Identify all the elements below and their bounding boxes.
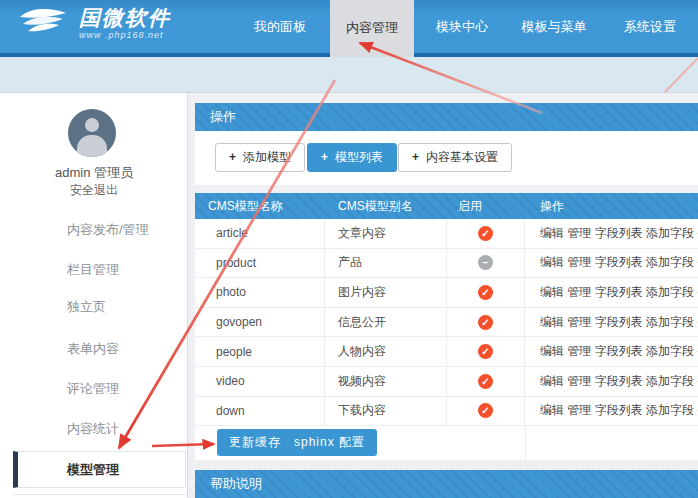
model-alias-cell: 视频内容 xyxy=(325,367,447,396)
model-alias-cell: 人物内容 xyxy=(325,337,447,366)
column-header-model-name: CMS模型名称 xyxy=(195,193,325,219)
model-table-body: article文章内容✓编辑 管理 字段列表 添加字段 生成模板product产… xyxy=(195,219,698,426)
column-header-enabled: 启用 xyxy=(447,193,525,219)
user-avatar xyxy=(68,109,116,157)
table-row: photo图片内容✓编辑 管理 字段列表 添加字段 生成模板 xyxy=(195,278,698,308)
row-action-links[interactable]: 编辑 管理 字段列表 添加字段 生成模板 xyxy=(525,308,698,337)
enabled-check-icon[interactable]: ✓ xyxy=(478,403,493,418)
table-row: govopen信息公开✓编辑 管理 字段列表 添加字段 生成模板 xyxy=(195,308,698,338)
sidebar-item-comment-manage[interactable]: 评论管理 xyxy=(0,380,186,402)
sidebar-item-form-content[interactable]: 表单内容 xyxy=(0,340,186,362)
wing-logo-icon xyxy=(16,5,70,41)
model-name-cell: photo xyxy=(195,278,325,307)
model-alias-cell: 文章内容 xyxy=(325,219,447,248)
column-header-model-alias: CMS模型别名 xyxy=(325,193,447,219)
action-panel-header: 操作 xyxy=(195,103,698,131)
disabled-minus-icon[interactable]: − xyxy=(478,255,493,270)
table-row: video视频内容✓编辑 管理 字段列表 添加字段 生成模板 xyxy=(195,367,698,397)
add-model-button[interactable]: +添加模型 xyxy=(215,143,305,172)
table-row: people人物内容✓编辑 管理 字段列表 添加字段 生成模板 xyxy=(195,337,698,367)
model-list-button[interactable]: +模型列表 xyxy=(307,143,397,172)
user-avatar-icon xyxy=(85,118,99,132)
sidebar-item-content-stats[interactable]: 内容统计 xyxy=(0,420,186,442)
nav-item-dashboard[interactable]: 我的面板 xyxy=(239,0,321,53)
column-header-actions: 操作 xyxy=(525,193,698,219)
enabled-cell: ✓ xyxy=(447,219,525,248)
brand-logo: 国微软件 www .php168.net xyxy=(16,5,171,41)
sidebar: admin 管理员 安全退出 内容发布/管理 栏目管理 独立页 表单内容 评论管… xyxy=(0,93,188,498)
enabled-cell: ✓ xyxy=(447,367,525,396)
table-row: article文章内容✓编辑 管理 字段列表 添加字段 生成模板 xyxy=(195,219,698,249)
action-panel-body: +添加模型 +模型列表 +内容基本设置 xyxy=(195,131,698,185)
model-alias-cell: 下载内容 xyxy=(325,397,447,426)
plus-icon: + xyxy=(321,150,328,164)
model-alias-cell: 图片内容 xyxy=(325,278,447,307)
table-footer-row: 更新缓存 sphinx 配置 xyxy=(195,426,698,460)
sidebar-item-model-manage[interactable]: 模型管理 xyxy=(13,451,186,488)
enabled-cell: − xyxy=(447,249,525,278)
enabled-cell: ✓ xyxy=(447,308,525,337)
brand-subtitle: www .php168.net xyxy=(79,30,171,40)
enabled-check-icon[interactable]: ✓ xyxy=(478,285,493,300)
row-action-links[interactable]: 编辑 管理 字段列表 添加字段 生成模板 xyxy=(525,278,698,307)
sidebar-item-label[interactable]: 模型管理 xyxy=(18,452,185,487)
sidebar-divider xyxy=(13,494,186,495)
sidebar-item-content-publish[interactable]: 内容发布/管理 xyxy=(0,221,186,243)
enabled-check-icon[interactable]: ✓ xyxy=(478,315,493,330)
row-action-links[interactable]: 编辑 管理 字段列表 添加字段 生成模板 xyxy=(525,337,698,366)
brand-title: 国微软件 xyxy=(79,6,171,30)
model-name-cell: product xyxy=(195,249,325,278)
model-table: CMS模型名称 CMS模型别名 启用 操作 article文章内容✓编辑 管理 … xyxy=(195,193,698,460)
row-action-links[interactable]: 编辑 管理 字段列表 添加字段 生成模板 xyxy=(525,397,698,426)
row-action-links[interactable]: 编辑 管理 字段列表 添加字段 生成模板 xyxy=(525,249,698,278)
column-divider xyxy=(525,426,526,460)
table-header-row: CMS模型名称 CMS模型别名 启用 操作 xyxy=(195,193,698,219)
nav-item-content[interactable]: 内容管理 xyxy=(330,0,414,57)
sidebar-item-column-manage[interactable]: 栏目管理 xyxy=(0,261,186,283)
plus-icon: + xyxy=(412,150,419,164)
enabled-check-icon[interactable]: ✓ xyxy=(478,344,493,359)
nav-item-settings[interactable]: 系统设置 xyxy=(609,0,691,53)
enabled-cell: ✓ xyxy=(447,397,525,426)
logout-link[interactable]: 安全退出 xyxy=(0,182,188,199)
app-window: 国微软件 www .php168.net 我的面板 内容管理 模块中心 模板与菜… xyxy=(0,0,698,498)
model-name-cell: video xyxy=(195,367,325,396)
table-row: down下载内容✓编辑 管理 字段列表 添加字段 生成模板 xyxy=(195,397,698,427)
username-label: admin 管理员 xyxy=(0,164,188,182)
nav-item-modules[interactable]: 模块中心 xyxy=(421,0,503,53)
model-name-cell: article xyxy=(195,219,325,248)
enabled-cell: ✓ xyxy=(447,337,525,366)
row-action-links[interactable]: 编辑 管理 字段列表 添加字段 生成模板 xyxy=(525,367,698,396)
enabled-check-icon[interactable]: ✓ xyxy=(478,374,493,389)
help-section-header: 帮助说明 xyxy=(195,470,698,498)
content-settings-button[interactable]: +内容基本设置 xyxy=(398,143,512,172)
enabled-cell: ✓ xyxy=(447,278,525,307)
enabled-check-icon[interactable]: ✓ xyxy=(478,226,493,241)
model-alias-cell: 产品 xyxy=(325,249,447,278)
model-name-cell: govopen xyxy=(195,308,325,337)
model-name-cell: people xyxy=(195,337,325,366)
model-alias-cell: 信息公开 xyxy=(325,308,447,337)
nav-item-templates[interactable]: 模板与菜单 xyxy=(511,0,597,53)
sphinx-config-button[interactable]: sphinx 配置 xyxy=(282,429,377,456)
model-name-cell: down xyxy=(195,397,325,426)
sidebar-item-standalone-page[interactable]: 独立页 xyxy=(0,298,186,320)
table-row: product产品−编辑 管理 字段列表 添加字段 生成模板 xyxy=(195,249,698,279)
plus-icon: + xyxy=(229,150,236,164)
secondary-bar xyxy=(0,57,698,93)
row-action-links[interactable]: 编辑 管理 字段列表 添加字段 生成模板 xyxy=(525,219,698,248)
